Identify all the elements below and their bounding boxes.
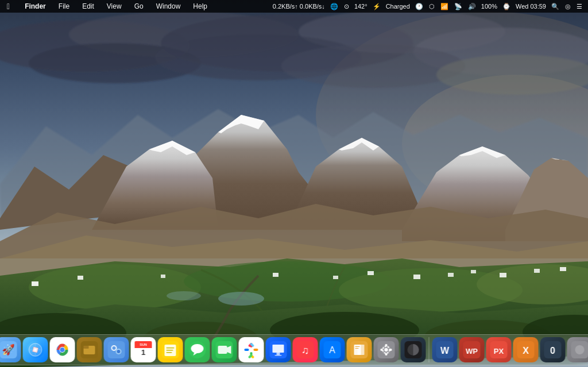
- svg-rect-88: [167, 347, 175, 349]
- svg-marker-16: [92, 141, 218, 230]
- svg-marker-21: [459, 146, 505, 158]
- svg-point-29: [339, 268, 523, 312]
- svg-marker-17: [149, 141, 195, 155]
- svg-marker-18: [287, 138, 431, 230]
- dock-item-wp[interactable]: WP: [459, 337, 485, 362]
- menubar-left:  Finder File Edit View Go Window Help: [5, 2, 210, 11]
- svg-text:🚀: 🚀: [2, 343, 16, 356]
- svg-rect-100: [245, 349, 249, 351]
- notification-icon[interactable]: ☰: [575, 3, 583, 10]
- svg-rect-34: [273, 273, 278, 277]
- datetime[interactable]: Wed 03:59: [515, 3, 547, 10]
- dock-item-photos[interactable]: [239, 337, 264, 362]
- svg-point-8: [29, 43, 201, 83]
- svg-text:PX: PX: [494, 347, 504, 356]
- app-name[interactable]: Finder: [22, 2, 48, 10]
- menu-go[interactable]: Go: [132, 2, 146, 10]
- menubar:  Finder File Edit View Go Window Help 0…: [0, 0, 588, 13]
- svg-rect-36: [368, 271, 374, 275]
- dock-item-launchpad[interactable]: 🚀: [0, 337, 21, 362]
- dock-item-calendar[interactable]: SUN 1: [131, 337, 156, 362]
- svg-marker-14: [161, 115, 345, 230]
- svg-point-79: [117, 350, 121, 353]
- dock-item-chrome[interactable]: [50, 337, 75, 362]
- network-stats: 0.2KB/s↑ 0.0KB/s↓: [272, 3, 326, 10]
- svg-point-49: [218, 292, 264, 306]
- svg-marker-12: [0, 109, 588, 218]
- menu-help[interactable]: Help: [191, 2, 210, 10]
- svg-marker-15: [218, 115, 264, 133]
- dock-item-music[interactable]: ♫: [293, 337, 318, 362]
- svg-rect-32: [78, 276, 83, 280]
- svg-point-30: [477, 264, 588, 304]
- dock-item-px[interactable]: PX: [486, 337, 512, 362]
- svg-point-50: [167, 291, 201, 300]
- siri-icon[interactable]: ◎: [564, 3, 572, 10]
- svg-point-78: [113, 346, 116, 350]
- network-icon: 🌐: [329, 3, 339, 10]
- svg-point-71: [60, 347, 65, 352]
- menu-file[interactable]: File: [56, 2, 72, 10]
- svg-text:0: 0: [550, 346, 555, 356]
- menu-view[interactable]: View: [105, 2, 124, 10]
- svg-point-2: [402, 75, 588, 213]
- dock-separator: [429, 337, 430, 362]
- svg-rect-38: [448, 273, 454, 277]
- dock-item-safari[interactable]: [23, 337, 48, 362]
- svg-marker-20: [402, 146, 588, 241]
- svg-rect-42: [560, 267, 566, 271]
- svg-point-6: [299, 10, 505, 53]
- dock-item-finder2[interactable]: [104, 337, 129, 362]
- svg-rect-39: [471, 270, 476, 273]
- dock-item-sysprefs[interactable]: [374, 337, 399, 362]
- svg-rect-40: [500, 273, 506, 277]
- svg-marker-23: [551, 158, 568, 161]
- dock-item-app5[interactable]: [77, 337, 102, 362]
- volume-icon: 🔊: [467, 3, 477, 10]
- svg-rect-37: [413, 275, 420, 279]
- battery-percent: 100%: [481, 3, 498, 10]
- dock-item-word[interactable]: W: [432, 337, 458, 362]
- svg-text:SUN: SUN: [140, 343, 147, 346]
- dock-item-dark[interactable]: [401, 337, 426, 362]
- dock-item-keynote[interactable]: [266, 337, 291, 362]
- dock-item-books[interactable]: [347, 337, 372, 362]
- svg-rect-117: [355, 346, 360, 347]
- svg-rect-41: [534, 269, 540, 273]
- svg-rect-116: [358, 345, 365, 355]
- svg-point-11: [436, 55, 588, 95]
- svg-rect-109: [275, 355, 282, 356]
- svg-point-7: [413, 28, 588, 76]
- svg-point-122: [385, 348, 388, 351]
- airdrop-icon: 📡: [453, 3, 463, 10]
- svg-point-1: [316, 11, 588, 218]
- desktop:  Finder File Edit View Go Window Help 0…: [0, 0, 588, 367]
- svg-point-67: [34, 349, 37, 351]
- svg-point-10: [281, 44, 465, 88]
- svg-text:WP: WP: [466, 347, 478, 356]
- dock-item-appstore[interactable]: A: [320, 337, 345, 362]
- search-icon[interactable]: 🔍: [550, 3, 560, 10]
- dock: 🚀: [0, 334, 588, 365]
- menubar-right: 0.2KB/s↑ 0.0KB/s↓ 🌐 ⊙ 142° ⚡ Charged 🕐 ⬡…: [272, 3, 583, 10]
- apple-menu[interactable]: : [5, 2, 12, 11]
- svg-rect-89: [167, 350, 173, 351]
- dock-item-notes[interactable]: [158, 337, 183, 362]
- svg-text:♫: ♫: [301, 345, 310, 356]
- dock-item-facetime[interactable]: [212, 337, 237, 362]
- menu-edit[interactable]: Edit: [80, 2, 96, 10]
- wifi-icon: 📶: [439, 3, 450, 10]
- svg-point-28: [184, 261, 390, 302]
- svg-rect-95: [218, 346, 227, 354]
- svg-text:1: 1: [141, 348, 145, 357]
- dock-item-messages[interactable]: [185, 337, 210, 362]
- dock-item-x[interactable]: X: [513, 337, 539, 362]
- dock-item-unknown[interactable]: [567, 337, 589, 362]
- cpu-icon: ⊙: [343, 3, 350, 10]
- svg-marker-19: [339, 138, 379, 150]
- svg-point-123: [385, 344, 388, 346]
- svg-rect-0: [0, 0, 588, 367]
- dock-item-zero[interactable]: 0: [540, 337, 566, 362]
- menu-window[interactable]: Window: [154, 2, 183, 10]
- svg-rect-31: [32, 281, 38, 286]
